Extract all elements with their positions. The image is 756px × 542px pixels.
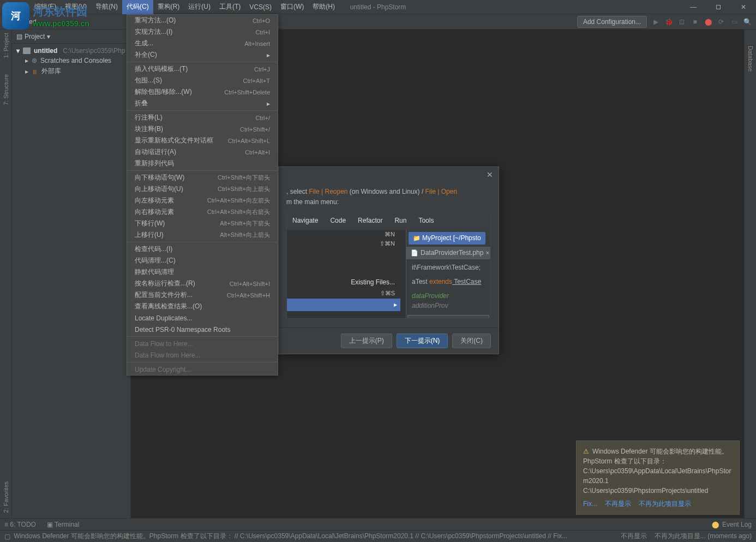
menu-item[interactable]: 行注释(L)Ctrl+/ [127, 112, 278, 123]
menu-item[interactable]: 向下移动语句(W)Ctrl+Shift+向下箭头 [127, 172, 278, 183]
tab-project[interactable]: 1: Project [3, 33, 9, 58]
status-bar: ▢ Windows Defender 可能会影响您的构建性能。PhpStorm … [0, 530, 756, 542]
dont-show-link[interactable]: 不再显示 [605, 499, 631, 509]
project-panel-header[interactable]: ▤ Project ▾ [12, 29, 130, 44]
listen-icon[interactable]: ⬤ [704, 17, 712, 26]
bottom-tool-tabs: ≡ 6: TODO ▣ Terminal ⬤ Event Log [0, 518, 756, 530]
menu-item[interactable]: 向左移动元素Ctrl+Alt+Shift+向左箭头 [127, 195, 278, 206]
menu-item[interactable]: 插入代码模板...(T)Ctrl+J [127, 63, 278, 75]
menu-item[interactable]: 自动缩进行(A)Ctrl+Alt+I [127, 146, 278, 158]
menu-item[interactable]: 显示重新格式化文件对话框Ctrl+Alt+Shift+L [127, 135, 278, 146]
tip-text: , select [286, 188, 309, 195]
project-panel: ▤ Project ▾ ▾ untitled C:\Users\pc0359\P… [12, 29, 131, 518]
window-title: untitled - PhpStorm [350, 3, 406, 11]
menu-vcs[interactable]: VCS(S) [245, 0, 276, 14]
tree-item-scratches[interactable]: ▸ ⊛ Scratches and Consoles [12, 56, 130, 65]
coverage-icon[interactable]: ⊡ [677, 17, 686, 26]
menu-item[interactable]: 查看离线检查结果...(O) [127, 301, 278, 312]
chevron-right-icon: ▸ [25, 68, 28, 75]
menu-item[interactable]: 折叠▸ [127, 98, 278, 109]
tab-structure[interactable]: 7: Structure [3, 74, 9, 105]
close-icon[interactable]: ✕ [487, 170, 493, 179]
tip-dialog: ✕ , select File | Reopen (on Windows and… [278, 166, 499, 354]
tab-terminal[interactable]: ▣ Terminal [47, 521, 79, 528]
breadcrumb[interactable]: untitled [4, 18, 37, 26]
notification-balloon: ⚠Windows Defender 可能会影响您的构建性能。 PhpStorm … [576, 440, 740, 515]
close-tip-button[interactable]: 关闭(C) [452, 333, 491, 348]
menu-item: Data Flow from Here... [127, 349, 278, 361]
menu-item[interactable]: 向右移动元素Ctrl+Alt+Shift+向右箭头 [127, 206, 278, 218]
menu-item[interactable]: 包围...(S)Ctrl+Alt+T [127, 75, 278, 86]
menu-item[interactable]: Locate Duplicates... [127, 312, 278, 324]
scratches-icon: ⊛ [32, 57, 37, 64]
library-icon: ⫼ [32, 68, 38, 75]
menu-window[interactable]: 窗口(W) [276, 0, 308, 14]
menu-item[interactable]: 按名称运行检查...(R)Ctrl+Alt+Shift+I [127, 278, 278, 289]
dont-show-project-link[interactable]: 不再为此项目显示 [639, 499, 691, 509]
menu-item[interactable]: 静默代码清理 [127, 266, 278, 278]
menu-item[interactable]: 块注释(B)Ctrl+Shift+/ [127, 123, 278, 135]
menu-help[interactable]: 帮助(H) [308, 0, 339, 14]
next-tip-button[interactable]: 下一提示(N) [397, 333, 448, 348]
project-icon: ▤ [16, 33, 22, 40]
menu-item[interactable]: 配置当前文件分析...Ctrl+Alt+Shift+H [127, 289, 278, 301]
menu-item[interactable]: 向上移动语句(U)Ctrl+Shift+向上箭头 [127, 183, 278, 195]
close-button[interactable]: ✕ [731, 0, 756, 14]
menu-file[interactable]: 文件(F) [0, 0, 30, 14]
maximize-button[interactable] [706, 0, 731, 14]
menu-item[interactable]: 重新排列代码 [127, 158, 278, 169]
layout-icon[interactable]: ▭ [730, 17, 739, 26]
menu-code[interactable]: 代码(C) [122, 0, 153, 14]
editor-tab: 📄 DataProviderTest.php × [406, 247, 490, 259]
menu-navigate[interactable]: 导航(N) [91, 0, 122, 14]
folder-icon [4, 19, 12, 25]
tab-database[interactable]: Database [747, 46, 754, 72]
tree-item-external[interactable]: ▸ ⫼ 外部库 [12, 65, 130, 77]
chevron-down-icon: ▾ [47, 33, 50, 40]
status-indicator-icon[interactable]: ▢ [4, 533, 10, 540]
project-root[interactable]: ▾ untitled C:\Users\pc0359\Php [12, 46, 130, 56]
menu-refactor[interactable]: 重构(R) [153, 0, 184, 14]
tab-favorites[interactable]: 2: Favorites [3, 481, 9, 513]
update-icon[interactable]: ⟳ [717, 17, 725, 26]
tip-illustration: Navigate Code Refactor Run Tools ⌘N ⇧⌘N … [286, 212, 491, 319]
menu-item: Data Flow to Here... [127, 338, 278, 349]
code-menu-dropdown: 重写方法...(O)Ctrl+O实现方法...(I)Ctrl+I生成...Alt… [127, 14, 278, 376]
run-icon[interactable]: ▶ [651, 17, 660, 26]
folder-icon [23, 47, 31, 54]
menu-view[interactable]: 视图(V) [61, 0, 91, 14]
search-icon[interactable]: 🔍 [743, 17, 752, 26]
menu-item[interactable]: 补全(C)▸ [127, 49, 278, 61]
menu-edit[interactable]: 编辑(E) [30, 0, 61, 14]
fix-link[interactable]: Fix... [583, 499, 597, 509]
warning-icon: ⚠ [583, 448, 589, 455]
status-message: Windows Defender 可能会影响您的构建性能。PhpStorm 检查… [14, 532, 567, 541]
right-tool-gutter: Database [744, 29, 756, 518]
menu-item[interactable]: 实现方法...(I)Ctrl+I [127, 26, 278, 38]
menu-item[interactable]: 检查代码...(I) [127, 243, 278, 255]
prev-tip-button[interactable]: 上一提示(P) [341, 333, 392, 348]
minimize-button[interactable]: — [681, 0, 706, 14]
menu-item[interactable]: 代码清理...(C) [127, 255, 278, 266]
menu-item[interactable]: 解除包围/移除...(W)Ctrl+Shift+Delete [127, 86, 278, 98]
menu-item[interactable]: 上移行(U)Alt+Shift+向上箭头 [127, 229, 278, 241]
title-bar: 文件(F) 编辑(E) 视图(V) 导航(N) 代码(C) 重构(R) 运行(U… [0, 0, 756, 14]
menu-item[interactable]: 下移行(W)Alt+Shift+向下箭头 [127, 218, 278, 229]
left-tool-gutter: 1: Project 7: Structure 2: Favorites [0, 29, 12, 518]
menu-item[interactable]: 重写方法...(O)Ctrl+O [127, 15, 278, 26]
completion-popup: ComposerTest [407, 315, 489, 319]
menu-tools[interactable]: 工具(T) [215, 0, 245, 14]
menu-item: Update Copyright... [127, 364, 278, 375]
chevron-right-icon: ▸ [25, 57, 28, 64]
menu-item[interactable]: 生成...Alt+Insert [127, 38, 278, 49]
chevron-down-icon: ▾ [16, 47, 20, 55]
menu-run[interactable]: 运行(U) [184, 0, 215, 14]
project-file-item: 📁 MyProject [~/Phpsto [409, 232, 485, 245]
menu-bar: 文件(F) 编辑(E) 视图(V) 导航(N) 代码(C) 重构(R) 运行(U… [0, 0, 339, 14]
stop-icon[interactable]: ■ [691, 17, 699, 26]
tab-event-log[interactable]: Event Log [722, 521, 752, 528]
add-configuration-button[interactable]: Add Configuration... [577, 16, 647, 28]
tab-todo[interactable]: ≡ 6: TODO [4, 521, 36, 528]
debug-icon[interactable]: 🐞 [664, 17, 673, 26]
menu-item[interactable]: Detect PSR-0 Namespace Roots [127, 324, 278, 335]
